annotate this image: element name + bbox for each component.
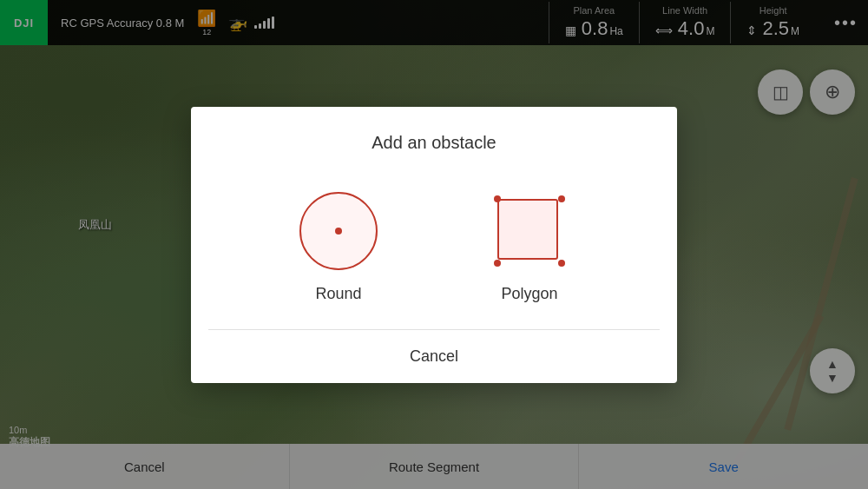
corner-dot-tr xyxy=(558,195,565,202)
polygon-graphic xyxy=(490,192,569,270)
polygon-obstacle-label: Polygon xyxy=(501,285,557,303)
polygon-obstacle-option[interactable]: Polygon xyxy=(486,188,573,303)
modal-overlay: Add an obstacle Round xyxy=(0,0,868,489)
round-obstacle-label: Round xyxy=(315,285,361,303)
modal-options: Round Polygon xyxy=(191,170,677,329)
corner-dot-tl xyxy=(494,195,501,202)
round-obstacle-icon xyxy=(295,188,382,274)
polygon-rectangle xyxy=(497,199,558,260)
modal-title: Add an obstacle xyxy=(191,107,677,170)
add-obstacle-modal: Add an obstacle Round xyxy=(191,107,677,383)
corner-dot-br xyxy=(558,260,565,267)
modal-cancel-button[interactable]: Cancel xyxy=(191,330,677,383)
polygon-obstacle-icon xyxy=(486,188,573,274)
corner-dot-bl xyxy=(494,260,501,267)
round-circle-graphic xyxy=(299,192,378,270)
round-obstacle-option[interactable]: Round xyxy=(295,188,382,303)
